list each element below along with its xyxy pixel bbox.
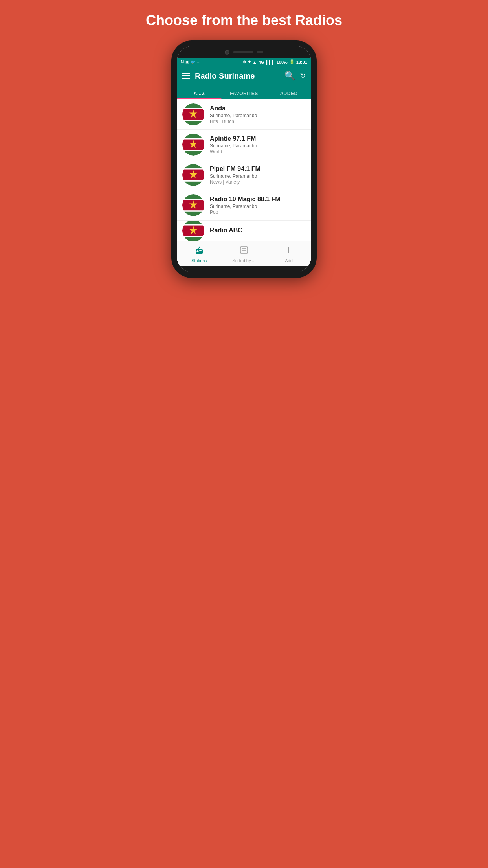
svg-rect-16 (182, 168, 204, 169)
nav-add[interactable]: Add (266, 241, 311, 266)
tab-favorites[interactable]: FAVORITES (222, 86, 266, 99)
bottom-nav: Stations Sorted by ... (177, 241, 311, 266)
tabs-bar: A...Z FAVORITES ADDED (177, 86, 311, 99)
wifi-icon: ▲ (253, 60, 257, 64)
svg-rect-12 (182, 151, 204, 156)
station-name-anda: Anda (210, 105, 306, 112)
tab-az[interactable]: A...Z (177, 86, 222, 99)
svg-line-39 (198, 247, 200, 249)
status-left-icons: M ▣ 🐦 ··· (181, 60, 200, 64)
station-genre-anda: Hits | Dutch (210, 119, 306, 124)
gmail-icon: M (181, 60, 184, 64)
svg-rect-23 (182, 199, 204, 200)
list-icon (239, 245, 249, 257)
station-info-apintie: Apintie 97.1 FM Suriname, Paramaribo Wor… (210, 135, 306, 154)
station-item-radioabc[interactable]: Radio ABC (177, 221, 311, 241)
nav-stations[interactable]: Stations (177, 241, 222, 266)
svg-rect-9 (182, 138, 204, 139)
svg-rect-29 (182, 221, 204, 224)
station-flag-anda (182, 103, 204, 125)
nav-stations-label: Stations (191, 258, 207, 263)
menu-button[interactable] (182, 73, 190, 79)
phone-bottom-hardware (177, 266, 311, 272)
station-name-radioabc: Radio ABC (210, 227, 306, 234)
station-info-radio10: Radio 10 Magic 88.1 FM Suriname, Paramar… (210, 196, 306, 215)
more-icon: ··· (197, 60, 200, 64)
twitter-icon: 🐦 (191, 60, 195, 64)
station-location-pipel: Suriname, Paramaribo (210, 173, 306, 179)
svg-rect-4 (182, 120, 204, 121)
app-title: Radio Suriname (195, 72, 280, 81)
front-camera (225, 50, 229, 55)
station-item-pipel[interactable]: Pipel FM 94.1 FM Suriname, Paramaribo Ne… (177, 160, 311, 190)
svg-rect-5 (182, 121, 204, 125)
svg-rect-19 (182, 182, 204, 186)
station-flag-radioabc (182, 221, 204, 241)
plus-icon (284, 245, 294, 257)
nav-add-label: Add (285, 258, 293, 263)
tab-added[interactable]: ADDED (266, 86, 311, 99)
network-icon: 4G (259, 60, 264, 64)
station-item-apintie[interactable]: Apintie 97.1 FM Suriname, Paramaribo Wor… (177, 130, 311, 160)
station-item-radio10[interactable]: Radio 10 Magic 88.1 FM Suriname, Paramar… (177, 190, 311, 221)
battery-icon: 🔋 (289, 59, 295, 64)
phone-device: M ▣ 🐦 ··· ⊕ ✦ ▲ 4G ▌▌▌ 100% 🔋 13:01 Radi… (171, 40, 317, 278)
phone-speaker (233, 51, 253, 53)
search-button[interactable]: 🔍 (284, 71, 295, 81)
station-genre-apintie: World (210, 149, 306, 154)
signal-icon: ▌▌▌ (266, 60, 275, 64)
svg-rect-30 (182, 224, 204, 225)
svg-rect-15 (182, 164, 204, 168)
gallery-icon: ▣ (185, 60, 189, 64)
station-info-pipel: Pipel FM 94.1 FM Suriname, Paramaribo Ne… (210, 166, 306, 185)
station-name-apintie: Apintie 97.1 FM (210, 135, 306, 142)
station-genre-radio10: Pop (210, 210, 306, 215)
station-list: Anda Suriname, Paramaribo Hits | Dutch (177, 99, 311, 241)
svg-rect-22 (182, 194, 204, 199)
station-location-anda: Suriname, Paramaribo (210, 113, 306, 118)
svg-rect-18 (182, 180, 204, 182)
station-flag-apintie (182, 134, 204, 156)
bluetooth-icon: ✦ (248, 59, 251, 64)
svg-rect-1 (182, 103, 204, 108)
station-name-radio10: Radio 10 Magic 88.1 FM (210, 196, 306, 203)
station-item-anda[interactable]: Anda Suriname, Paramaribo Hits | Dutch (177, 99, 311, 130)
svg-rect-25 (182, 211, 204, 212)
time: 13:01 (296, 60, 307, 64)
nav-sortedby[interactable]: Sorted by ... (222, 241, 266, 266)
radio-icon (194, 245, 204, 257)
svg-rect-8 (182, 134, 204, 138)
svg-rect-26 (182, 212, 204, 216)
svg-point-36 (197, 250, 199, 252)
station-info-anda: Anda Suriname, Paramaribo Hits | Dutch (210, 105, 306, 124)
svg-rect-2 (182, 108, 204, 109)
nav-sortedby-label: Sorted by ... (232, 258, 255, 263)
phone-sensor (257, 51, 263, 53)
station-flag-radio10 (182, 194, 204, 216)
phone-top-hardware (177, 46, 311, 58)
status-bar: M ▣ 🐦 ··· ⊕ ✦ ▲ 4G ▌▌▌ 100% 🔋 13:01 (177, 58, 311, 66)
station-flag-pipel (182, 164, 204, 186)
station-location-apintie: Suriname, Paramaribo (210, 143, 306, 149)
location-icon: ⊕ (242, 59, 246, 64)
page-headline: Choose from the best Radios (138, 12, 350, 29)
svg-rect-37 (199, 250, 202, 251)
station-name-pipel: Pipel FM 94.1 FM (210, 166, 306, 173)
station-genre-pipel: News | Variety (210, 179, 306, 185)
svg-rect-11 (182, 150, 204, 151)
station-info-radioabc: Radio ABC (210, 227, 306, 235)
status-right: ⊕ ✦ ▲ 4G ▌▌▌ 100% 🔋 13:01 (242, 59, 307, 64)
app-bar: Radio Suriname 🔍 ↻ (177, 66, 311, 86)
svg-rect-38 (199, 252, 201, 252)
svg-rect-33 (182, 237, 204, 241)
svg-rect-32 (182, 236, 204, 237)
battery-text: 100% (277, 60, 288, 64)
station-location-radio10: Suriname, Paramaribo (210, 204, 306, 209)
refresh-button[interactable]: ↻ (300, 72, 306, 80)
